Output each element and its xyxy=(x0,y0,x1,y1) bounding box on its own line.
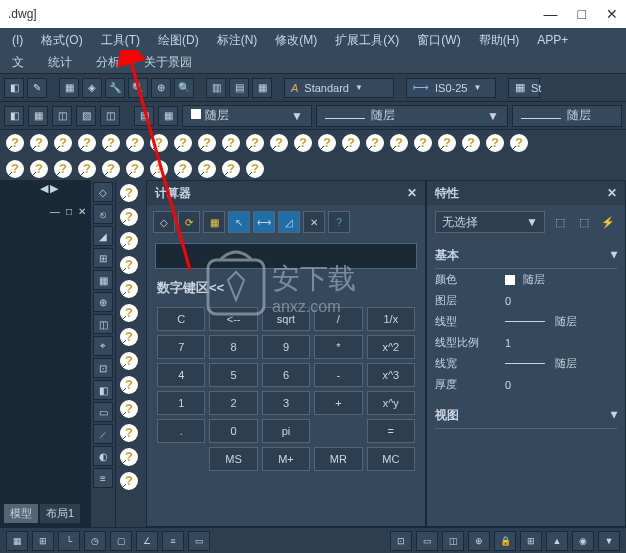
unknown-tool-icon[interactable]: ? xyxy=(172,132,194,154)
layer-icon[interactable]: ▤ xyxy=(134,106,154,126)
vtool-icon[interactable]: ⊞ xyxy=(93,248,113,268)
vtool-icon[interactable]: ⌖ xyxy=(93,336,113,356)
unknown-tool-icon[interactable]: ? xyxy=(460,132,482,154)
maximize-icon[interactable]: □ xyxy=(578,6,586,22)
keypad-label[interactable]: 数字键区<< xyxy=(147,273,425,303)
calc-key-1/x[interactable]: 1/x xyxy=(367,307,415,331)
calc-angle-icon[interactable]: ◿ xyxy=(278,211,300,233)
unknown-tool-icon[interactable]: ? xyxy=(118,182,140,204)
grid-icon[interactable]: ▦ xyxy=(6,531,28,551)
flash-icon[interactable]: ⚡ xyxy=(599,213,617,231)
unknown-tool-icon[interactable]: ? xyxy=(220,158,242,180)
layer-icon[interactable]: ▦ xyxy=(158,106,178,126)
vtool-icon[interactable]: ◫ xyxy=(93,314,113,334)
lwt-icon[interactable]: ≡ xyxy=(162,531,184,551)
vtool-icon[interactable]: ⊕ xyxy=(93,292,113,312)
calc-key-9[interactable]: 9 xyxy=(262,335,310,359)
calc-point-icon[interactable]: ↖ xyxy=(228,211,250,233)
section-basic[interactable]: 基本▾ xyxy=(435,243,617,269)
unknown-tool-icon[interactable]: ? xyxy=(118,470,140,492)
otrack-icon[interactable]: ∠ xyxy=(136,531,158,551)
vtool-icon[interactable]: ⎋ xyxy=(93,204,113,224)
minimize-icon[interactable]: — xyxy=(50,206,60,217)
property-value[interactable]: 随层 xyxy=(505,272,617,287)
zoom-icon[interactable]: 🔍 xyxy=(174,78,194,98)
menu-window[interactable]: 窗口(W) xyxy=(409,30,468,51)
vtool-icon[interactable]: ⟋ xyxy=(93,424,113,444)
unknown-tool-icon[interactable]: ? xyxy=(52,158,74,180)
tab-layout[interactable]: 布局1 xyxy=(40,504,80,523)
menu-item[interactable]: (I) xyxy=(4,31,31,49)
menu-app[interactable]: APP+ xyxy=(529,31,576,49)
unknown-tool-icon[interactable]: ? xyxy=(364,132,386,154)
property-value[interactable]: 随层 xyxy=(505,314,617,329)
wrench-icon[interactable]: 🔧 xyxy=(105,78,125,98)
unknown-tool-icon[interactable]: ? xyxy=(388,132,410,154)
unknown-tool-icon[interactable]: ? xyxy=(148,132,170,154)
unknown-tool-icon[interactable]: ? xyxy=(4,158,26,180)
calc-help-icon[interactable]: ? xyxy=(328,211,350,233)
tab-model[interactable]: 模型 xyxy=(4,504,38,523)
panel-icon[interactable]: ▥ xyxy=(206,78,226,98)
menu-tools[interactable]: 工具(T) xyxy=(93,30,148,51)
calc-folder-icon[interactable]: ▦ xyxy=(203,211,225,233)
unknown-tool-icon[interactable]: ? xyxy=(118,446,140,468)
unknown-tool-icon[interactable]: ? xyxy=(118,398,140,420)
vtool-icon[interactable]: ▭ xyxy=(93,402,113,422)
unknown-tool-icon[interactable]: ? xyxy=(244,158,266,180)
calc-key-C[interactable]: C xyxy=(157,307,205,331)
submenu-analyze[interactable]: 分析 xyxy=(88,52,128,73)
vtool-icon[interactable]: ▦ xyxy=(93,270,113,290)
combo-st[interactable]: ▦St xyxy=(508,78,540,98)
calc-key-.[interactable]: . xyxy=(157,419,205,443)
status-icon[interactable]: 🔒 xyxy=(494,531,516,551)
calc-key-5[interactable]: 5 xyxy=(209,363,257,387)
status-icon[interactable]: ◫ xyxy=(442,531,464,551)
vtool-icon[interactable]: ◐ xyxy=(93,446,113,466)
tool-icon[interactable]: ◧ xyxy=(4,78,24,98)
osnap-icon[interactable]: ▢ xyxy=(110,531,132,551)
unknown-tool-icon[interactable]: ? xyxy=(28,132,50,154)
layer-icon[interactable]: ▧ xyxy=(76,106,96,126)
unknown-tool-icon[interactable]: ? xyxy=(118,302,140,324)
unknown-tool-icon[interactable]: ? xyxy=(292,132,314,154)
unknown-tool-icon[interactable]: ? xyxy=(76,158,98,180)
color-combo[interactable]: 随层▼ xyxy=(182,105,312,127)
brush-icon[interactable]: ✎ xyxy=(27,78,47,98)
calc-key-MR[interactable]: MR xyxy=(314,447,362,471)
status-icon[interactable]: ⊡ xyxy=(390,531,412,551)
layer-icon[interactable]: ◫ xyxy=(100,106,120,126)
unknown-tool-icon[interactable]: ? xyxy=(244,132,266,154)
unknown-tool-icon[interactable]: ? xyxy=(118,374,140,396)
unknown-tool-icon[interactable]: ? xyxy=(118,230,140,252)
menu-extensions[interactable]: 扩展工具(X) xyxy=(327,30,407,51)
status-icon[interactable]: ▼ xyxy=(598,531,620,551)
unknown-tool-icon[interactable]: ? xyxy=(268,132,290,154)
unknown-tool-icon[interactable]: ? xyxy=(124,132,146,154)
properties-header[interactable]: 特性 ✕ xyxy=(427,181,625,205)
unknown-tool-icon[interactable]: ? xyxy=(508,132,530,154)
status-icon[interactable]: ⊕ xyxy=(468,531,490,551)
layer-icon[interactable]: ◫ xyxy=(52,106,72,126)
close-icon[interactable]: ✕ xyxy=(78,206,86,217)
unknown-tool-icon[interactable]: ? xyxy=(196,132,218,154)
unknown-tool-icon[interactable]: ? xyxy=(118,278,140,300)
property-row[interactable]: 线型比例1 xyxy=(435,332,617,353)
lineweight-combo[interactable]: 随层 xyxy=(512,105,622,127)
unknown-tool-icon[interactable]: ? xyxy=(52,132,74,154)
menu-format[interactable]: 格式(O) xyxy=(33,30,90,51)
unknown-tool-icon[interactable]: ? xyxy=(436,132,458,154)
unknown-tool-icon[interactable]: ? xyxy=(172,158,194,180)
vtool-icon[interactable]: ≡ xyxy=(93,468,113,488)
unknown-tool-icon[interactable]: ? xyxy=(118,422,140,444)
submenu-stats[interactable]: 统计 xyxy=(40,52,80,73)
calc-history-icon[interactable]: ⟳ xyxy=(178,211,200,233)
calc-cancel-icon[interactable]: ✕ xyxy=(303,211,325,233)
property-row[interactable]: 颜色随层 xyxy=(435,269,617,290)
dyn-icon[interactable]: ▭ xyxy=(188,531,210,551)
unknown-tool-icon[interactable]: ? xyxy=(28,158,50,180)
menu-draw[interactable]: 绘图(D) xyxy=(150,30,207,51)
calc-key-7[interactable]: 7 xyxy=(157,335,205,359)
calc-key-2[interactable]: 2 xyxy=(209,391,257,415)
unknown-tool-icon[interactable]: ? xyxy=(220,132,242,154)
